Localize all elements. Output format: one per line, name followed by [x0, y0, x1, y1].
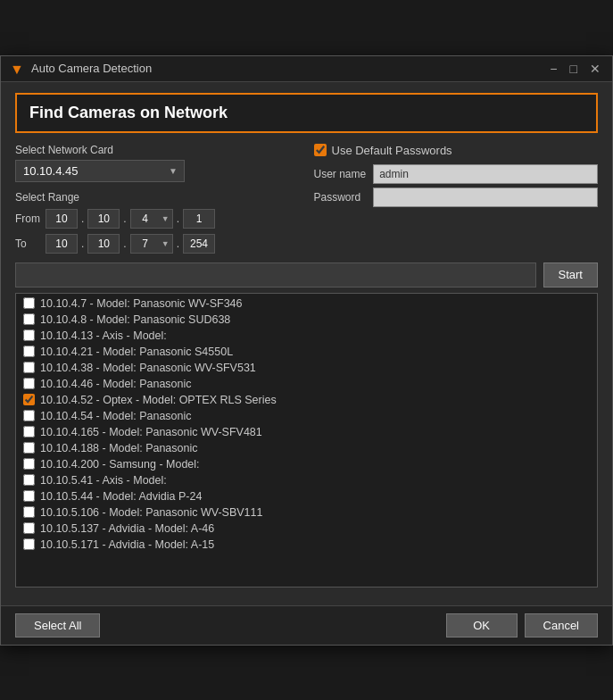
password-input[interactable]: [373, 188, 598, 207]
to-octet2[interactable]: 10: [87, 234, 120, 254]
credentials-section: User name Password: [314, 164, 599, 207]
camera-checkbox[interactable]: [23, 410, 35, 421]
camera-label: 10.10.4.13 - Axis - Model:: [40, 329, 167, 342]
camera-checkbox[interactable]: [23, 458, 35, 470]
camera-label: 10.10.4.200 - Samsung - Model:: [40, 458, 200, 471]
title-bar: ▼ Auto Camera Detection − □ ✕: [1, 56, 612, 82]
app-icon: ▼: [10, 62, 24, 76]
camera-checkbox[interactable]: [23, 490, 35, 502]
username-input[interactable]: [373, 164, 598, 184]
start-button[interactable]: Start: [543, 262, 598, 288]
close-button[interactable]: ✕: [587, 62, 603, 75]
camera-item[interactable]: 10.10.4.7 - Model: Panasonic WV-SF346: [16, 296, 597, 312]
range-label: Select Range: [15, 191, 300, 204]
camera-label: 10.10.4.38 - Model: Panasonic WV-SFV531: [40, 362, 256, 374]
camera-label: 10.10.4.7 - Model: Panasonic WV-SF346: [40, 297, 243, 310]
camera-item[interactable]: 10.10.4.21 - Model: Panasonic S4550L: [16, 344, 597, 360]
network-card-wrapper: 10.10.4.45: [15, 160, 185, 182]
username-label: User name: [314, 168, 367, 180]
default-passwords-row: Use Default Passwords: [314, 144, 599, 157]
range-from-row: From 10 . 10 . 4567 . 1: [15, 209, 300, 229]
use-default-checkbox[interactable]: [314, 144, 327, 156]
bottom-right-buttons: OK Cancel: [446, 613, 598, 638]
top-section: Select Network Card 10.10.4.45 Select Ra…: [15, 144, 598, 259]
to-octet3-select[interactable]: 4567: [130, 234, 173, 254]
camera-checkbox[interactable]: [23, 506, 35, 518]
camera-label: 10.10.4.21 - Model: Panasonic S4550L: [40, 346, 233, 358]
network-card-select[interactable]: 10.10.4.45: [15, 160, 185, 182]
search-start-row: Start: [15, 262, 598, 288]
camera-item[interactable]: 10.10.4.188 - Model: Panasonic: [16, 440, 597, 456]
camera-checkbox[interactable]: [23, 426, 35, 438]
camera-checkbox[interactable]: [23, 297, 35, 309]
range-to-row: To 10 . 10 . 4567 . 254: [15, 234, 300, 254]
from-octet2[interactable]: 10: [87, 209, 120, 229]
window-title: Auto Camera Detection: [31, 62, 540, 75]
camera-label: 10.10.4.52 - Optex - Model: OPTEX RLS Se…: [40, 394, 277, 406]
from-label: From: [15, 212, 42, 225]
camera-checkbox[interactable]: [23, 538, 35, 550]
camera-checkbox[interactable]: [23, 362, 35, 373]
network-card-label: Select Network Card: [15, 144, 300, 156]
camera-item[interactable]: 10.10.4.38 - Model: Panasonic WV-SFV531: [16, 360, 597, 376]
to-octet1[interactable]: 10: [46, 234, 78, 254]
search-input[interactable]: [15, 262, 536, 288]
main-window: ▼ Auto Camera Detection − □ ✕ Find Camer…: [0, 55, 613, 646]
minimize-button[interactable]: −: [547, 62, 559, 75]
camera-label: 10.10.4.188 - Model: Panasonic: [40, 442, 198, 454]
cancel-button[interactable]: Cancel: [525, 613, 598, 638]
right-column: Use Default Passwords User name Password: [314, 144, 599, 259]
camera-item[interactable]: 10.10.5.44 - Model: Advidia P-24: [16, 488, 597, 504]
camera-label: 10.10.5.41 - Axis - Model:: [40, 474, 167, 487]
find-cameras-button[interactable]: Find Cameras on Network: [15, 93, 598, 133]
camera-label: 10.10.5.171 - Advidia - Model: A-15: [40, 538, 214, 551]
camera-item[interactable]: 10.10.4.52 - Optex - Model: OPTEX RLS Se…: [16, 392, 597, 408]
camera-item[interactable]: 10.10.5.41 - Axis - Model:: [16, 472, 597, 488]
camera-label: 10.10.5.137 - Advidia - Model: A-46: [40, 522, 214, 535]
camera-item[interactable]: 10.10.4.46 - Model: Panasonic: [16, 376, 597, 392]
camera-label: 10.10.5.44 - Model: Advidia P-24: [40, 490, 202, 503]
camera-label: 10.10.4.165 - Model: Panasonic WV-SFV481: [40, 426, 262, 438]
camera-checkbox[interactable]: [23, 442, 35, 454]
camera-checkbox[interactable]: [23, 474, 35, 486]
camera-checkbox[interactable]: [23, 394, 35, 405]
to-octet4[interactable]: 254: [183, 234, 215, 254]
camera-checkbox[interactable]: [23, 346, 35, 357]
to-octet3-wrapper: 4567: [130, 234, 173, 254]
camera-item[interactable]: 10.10.4.54 - Model: Panasonic: [16, 408, 597, 424]
to-label: To: [15, 238, 42, 250]
camera-item[interactable]: 10.10.5.171 - Advidia - Model: A-15: [16, 537, 597, 553]
camera-item[interactable]: 10.10.5.137 - Advidia - Model: A-46: [16, 521, 597, 537]
from-octet4[interactable]: 1: [183, 209, 215, 229]
content-area: Find Cameras on Network Select Network C…: [1, 82, 612, 605]
camera-item[interactable]: 10.10.4.165 - Model: Panasonic WV-SFV481: [16, 424, 597, 440]
camera-checkbox[interactable]: [23, 313, 35, 325]
maximize-button[interactable]: □: [567, 62, 580, 75]
camera-item[interactable]: 10.10.4.200 - Samsung - Model:: [16, 456, 597, 472]
ok-button[interactable]: OK: [446, 613, 518, 638]
from-octet1[interactable]: 10: [46, 209, 78, 229]
camera-checkbox[interactable]: [23, 522, 35, 534]
from-octet3-select[interactable]: 4567: [130, 209, 173, 229]
camera-label: 10.10.5.106 - Model: Panasonic WV-SBV111: [40, 506, 262, 519]
camera-item[interactable]: 10.10.4.8 - Model: Panasonic SUD638: [16, 312, 597, 328]
left-column: Select Network Card 10.10.4.45 Select Ra…: [15, 144, 300, 259]
camera-item[interactable]: 10.10.4.13 - Axis - Model:: [16, 328, 597, 344]
bottom-bar: Select All OK Cancel: [1, 605, 612, 645]
camera-item[interactable]: 10.10.5.106 - Model: Panasonic WV-SBV111: [16, 504, 597, 521]
camera-list: 10.10.4.7 - Model: Panasonic WV-SF34610.…: [15, 293, 598, 588]
camera-label: 10.10.4.46 - Model: Panasonic: [40, 378, 192, 390]
from-octet3-wrapper: 4567: [130, 209, 173, 229]
select-all-button[interactable]: Select All: [15, 613, 100, 638]
camera-checkbox[interactable]: [23, 378, 35, 389]
password-label: Password: [314, 191, 367, 204]
camera-label: 10.10.4.54 - Model: Panasonic: [40, 410, 192, 422]
use-default-label[interactable]: Use Default Passwords: [332, 144, 452, 157]
camera-label: 10.10.4.8 - Model: Panasonic SUD638: [40, 313, 230, 326]
window-controls: − □ ✕: [547, 62, 603, 75]
camera-checkbox[interactable]: [23, 329, 35, 341]
